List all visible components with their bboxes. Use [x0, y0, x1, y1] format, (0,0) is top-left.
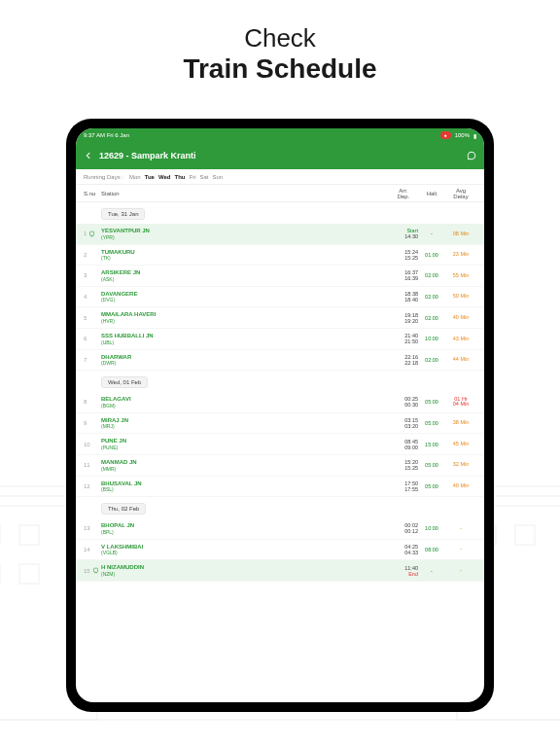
- svg-rect-4: [19, 564, 39, 584]
- row-sno: 12: [84, 483, 101, 489]
- row-delay: 38 Min: [445, 420, 476, 426]
- row-delay: -: [445, 526, 476, 532]
- svg-rect-2: [19, 525, 39, 545]
- row-halt: 02:00: [418, 294, 445, 300]
- col-station: Station: [101, 191, 389, 196]
- table-row[interactable]: 10PUNE JN(PUNE)08:4509:0015:0045 Min: [76, 434, 484, 455]
- table-row[interactable]: 14V LAKSHMIBAI(VGLB)04:2504:3308:00-: [76, 540, 484, 561]
- screen: 9:37 AM Fri 6 Jan ● 100% ▮ 12629 - Sampa…: [76, 128, 484, 702]
- row-arrdep: 15:2415:25: [389, 249, 418, 261]
- row-station: ARSIKERE JN(ASK): [101, 269, 389, 282]
- row-sno: 10: [84, 442, 101, 447]
- row-sno: 6: [84, 336, 101, 341]
- row-delay: -: [445, 568, 476, 574]
- row-halt: 05:00: [418, 399, 445, 405]
- battery-label: 100%: [455, 132, 470, 138]
- row-station: BELAGAVI(BGM): [101, 396, 389, 409]
- row-arrdep: 04:2504:33: [389, 544, 418, 555]
- table-row[interactable]: 15H NIZAMUDDIN(NZM)11:40End--: [76, 560, 484, 582]
- table-row[interactable]: 7DHARWAR(DWR)22:1622:1802:0044 Min: [76, 350, 484, 372]
- row-halt: -: [418, 231, 445, 236]
- row-halt: 02:00: [418, 315, 445, 321]
- row-halt: 02:00: [418, 357, 445, 363]
- row-arrdep: 19:1819:20: [389, 312, 418, 324]
- row-arrdep: 03:1503:20: [389, 417, 418, 429]
- row-halt: 05:00: [418, 462, 445, 468]
- row-arrdep: 17:5017:55: [389, 480, 418, 492]
- table-row[interactable]: 4DAVANGERE(DVG)18:3818:4002:0050 Min: [76, 287, 484, 308]
- table-row[interactable]: 6SSS HUBBALLI JN(UBL)21:4021:5010:0043 M…: [76, 329, 484, 350]
- day-mon: Mon: [129, 174, 141, 180]
- col-arr: Arr. Dep.: [389, 188, 418, 199]
- row-delay: 01 Hr 04 Min: [445, 397, 476, 408]
- row-halt: 15:00: [418, 442, 445, 447]
- table-row[interactable]: 8BELAGAVI(BGM)00:2500:3005:0001 Hr 04 Mi…: [76, 392, 484, 413]
- date-chip: Wed, 01 Feb: [101, 376, 148, 388]
- date-chip: Tue, 31 Jan: [101, 208, 145, 220]
- row-station: YESVANTPUR JN(YPR): [101, 228, 389, 240]
- table-row[interactable]: 2TUMAKURU(TK)15:2415:2501:0023 Min: [76, 245, 484, 267]
- row-halt: 05:00: [418, 483, 445, 489]
- table-row[interactable]: 3ARSIKERE JN(ASK)16:3716:3902:0055 Min: [76, 266, 484, 287]
- col-sno: S.no: [84, 191, 101, 196]
- day-wed: Wed: [158, 174, 171, 180]
- row-halt: 01:00: [418, 252, 445, 258]
- back-icon[interactable]: [84, 147, 93, 164]
- row-arrdep: 21:4021:50: [389, 333, 418, 344]
- day-sun: Sun: [213, 174, 224, 180]
- table-row[interactable]: 5MMAILARA HAVERI(HVR)19:1819:2002:0040 M…: [76, 307, 484, 329]
- row-arrdep: 16:3716:39: [389, 269, 418, 281]
- row-arrdep: 22:1622:18: [389, 354, 418, 366]
- row-sno: 15: [84, 567, 101, 574]
- battery-icon: ▮: [473, 132, 476, 139]
- table-row[interactable]: 12BHUSAVAL JN(BSL)17:5017:5505:0040 Min: [76, 477, 484, 498]
- schedule-list[interactable]: Tue, 31 Jan1YESVANTPUR JN(YPR)Start14:30…: [76, 202, 484, 702]
- row-delay: 23 Min: [445, 252, 476, 258]
- running-days-row: Running Days : MonTueWedThuFriSatSun: [76, 169, 484, 185]
- row-halt: 10:00: [418, 336, 445, 341]
- row-delay: 32 Min: [445, 462, 476, 468]
- table-row[interactable]: 11MANMAD JN(MMR)15:2015:2505:0032 Min: [76, 455, 484, 477]
- table-row[interactable]: 9MIRAJ JN(MRJ)03:1503:2005:0038 Min: [76, 413, 484, 435]
- col-delay: Avg Delay: [445, 188, 476, 199]
- svg-rect-9: [93, 568, 97, 572]
- hero-title: Check Train Schedule: [0, 0, 560, 90]
- row-station: PUNE JN(PUNE): [101, 438, 389, 450]
- row-station: BHUSAVAL JN(BSL): [101, 480, 389, 493]
- row-sno: 8: [84, 399, 101, 405]
- row-delay: -: [445, 547, 476, 552]
- row-halt: -: [418, 568, 445, 574]
- row-sno: 2: [84, 252, 101, 258]
- table-row[interactable]: 13BHOPAL JN(BPL)00:0200:1210:00-: [76, 518, 484, 540]
- row-delay: 43 Min: [445, 337, 476, 342]
- row-station: MANMAD JN(MMR): [101, 459, 389, 472]
- row-halt: 02:00: [418, 272, 445, 278]
- row-delay: 45 Min: [445, 442, 476, 447]
- table-row[interactable]: 1YESVANTPUR JN(YPR)Start14:30-08 Min: [76, 224, 484, 245]
- row-sno: 9: [84, 420, 101, 426]
- date-chip: Thu, 02 Feb: [101, 503, 146, 515]
- row-sno: 3: [84, 272, 101, 278]
- row-sno: 11: [84, 462, 101, 468]
- day-fri: Fri: [190, 174, 196, 180]
- status-bar: 9:37 AM Fri 6 Jan ● 100% ▮: [76, 128, 484, 142]
- row-delay: 50 Min: [445, 294, 476, 300]
- app-bar: 12629 - Sampark Kranti: [76, 142, 484, 169]
- status-time: 9:37 AM Fri 6 Jan: [84, 132, 129, 138]
- row-delay: 55 Min: [445, 273, 476, 279]
- day-tue: Tue: [145, 174, 155, 180]
- row-station: DHARWAR(DWR): [101, 354, 389, 367]
- row-delay: 40 Min: [445, 483, 476, 489]
- row-delay: 40 Min: [445, 315, 476, 321]
- whatsapp-icon[interactable]: [467, 147, 476, 164]
- row-sno: 14: [84, 547, 101, 552]
- row-arrdep: 00:0200:12: [389, 522, 418, 534]
- row-arrdep: 11:40End: [389, 565, 418, 577]
- tablet-frame: 9:37 AM Fri 6 Jan ● 100% ▮ 12629 - Sampa…: [66, 119, 494, 712]
- row-sno: 7: [84, 357, 101, 363]
- svg-rect-8: [90, 231, 94, 235]
- row-arrdep: 18:3818:40: [389, 291, 418, 302]
- column-header: S.no Station Arr. Dep. Halt Avg Delay: [76, 185, 484, 202]
- row-arrdep: 00:2500:30: [389, 396, 418, 408]
- col-halt: Halt: [418, 191, 445, 196]
